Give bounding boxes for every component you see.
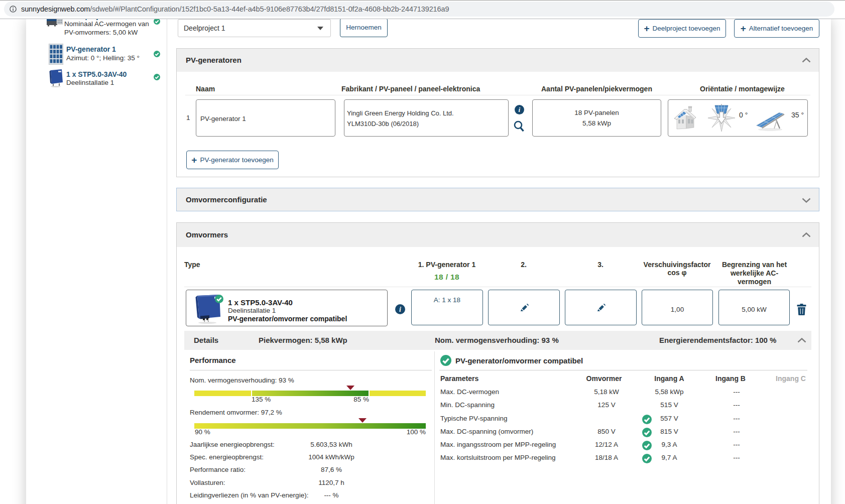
svg-text:i: i bbox=[519, 106, 521, 113]
svg-text:i: i bbox=[399, 306, 401, 313]
